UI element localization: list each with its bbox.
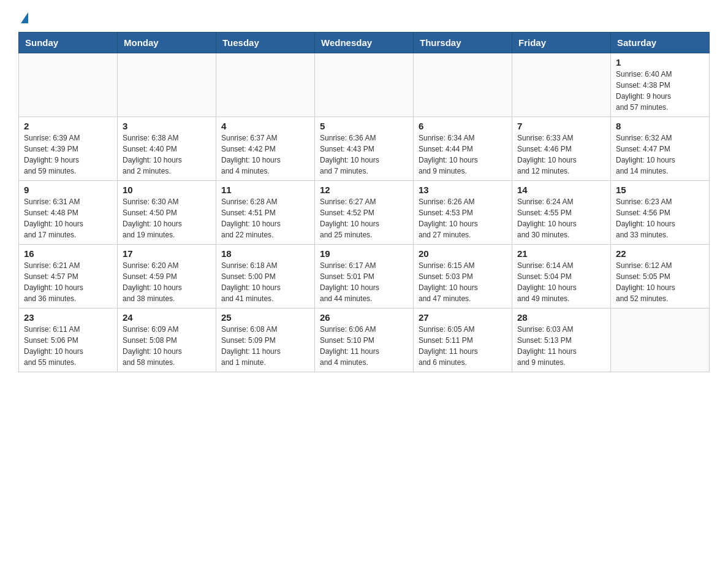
day-cell	[414, 53, 512, 117]
day-number: 23	[24, 312, 112, 323]
weekday-header-sunday: Sunday	[19, 33, 118, 53]
week-row-1: 1Sunrise: 6:40 AMSunset: 4:38 PMDaylight…	[19, 53, 710, 117]
day-info: Sunrise: 6:15 AMSunset: 5:03 PMDaylight:…	[419, 260, 507, 304]
weekday-header-saturday: Saturday	[611, 33, 710, 53]
weekday-header-thursday: Thursday	[414, 33, 512, 53]
day-number: 26	[320, 312, 408, 323]
day-info: Sunrise: 6:20 AMSunset: 4:59 PMDaylight:…	[123, 260, 211, 304]
day-info: Sunrise: 6:21 AMSunset: 4:57 PMDaylight:…	[24, 260, 112, 304]
day-number: 14	[517, 185, 605, 195]
day-cell: 10Sunrise: 6:30 AMSunset: 4:50 PMDayligh…	[118, 181, 216, 245]
weekday-header-friday: Friday	[512, 33, 611, 53]
week-row-4: 16Sunrise: 6:21 AMSunset: 4:57 PMDayligh…	[19, 245, 710, 308]
day-cell: 28Sunrise: 6:03 AMSunset: 5:13 PMDayligh…	[512, 308, 611, 372]
day-info: Sunrise: 6:24 AMSunset: 4:55 PMDaylight:…	[517, 196, 605, 240]
day-info: Sunrise: 6:03 AMSunset: 5:13 PMDaylight:…	[517, 324, 605, 368]
day-info: Sunrise: 6:11 AMSunset: 5:06 PMDaylight:…	[24, 324, 112, 368]
day-cell: 9Sunrise: 6:31 AMSunset: 4:48 PMDaylight…	[19, 181, 118, 245]
day-cell: 21Sunrise: 6:14 AMSunset: 5:04 PMDayligh…	[512, 245, 611, 308]
day-cell: 23Sunrise: 6:11 AMSunset: 5:06 PMDayligh…	[19, 308, 118, 372]
day-cell: 16Sunrise: 6:21 AMSunset: 4:57 PMDayligh…	[19, 245, 118, 308]
day-info: Sunrise: 6:26 AMSunset: 4:53 PMDaylight:…	[419, 196, 507, 240]
day-cell: 24Sunrise: 6:09 AMSunset: 5:08 PMDayligh…	[118, 308, 216, 372]
day-cell: 6Sunrise: 6:34 AMSunset: 4:44 PMDaylight…	[414, 117, 512, 181]
calendar-table: SundayMondayTuesdayWednesdayThursdayFrid…	[18, 32, 710, 372]
weekday-header-wednesday: Wednesday	[315, 33, 414, 53]
day-number: 10	[123, 185, 211, 195]
day-info: Sunrise: 6:40 AMSunset: 4:38 PMDaylight:…	[616, 69, 704, 113]
day-number: 28	[517, 312, 605, 323]
logo	[18, 12, 28, 22]
day-number: 15	[616, 185, 704, 195]
logo-triangle-icon	[21, 12, 28, 23]
day-cell: 19Sunrise: 6:17 AMSunset: 5:01 PMDayligh…	[315, 245, 414, 308]
day-info: Sunrise: 6:08 AMSunset: 5:09 PMDaylight:…	[221, 324, 309, 368]
day-cell: 2Sunrise: 6:39 AMSunset: 4:39 PMDaylight…	[19, 117, 118, 181]
day-info: Sunrise: 6:31 AMSunset: 4:48 PMDaylight:…	[24, 196, 112, 240]
day-info: Sunrise: 6:12 AMSunset: 5:05 PMDaylight:…	[616, 260, 704, 304]
weekday-header-row: SundayMondayTuesdayWednesdayThursdayFrid…	[19, 33, 710, 53]
day-cell: 22Sunrise: 6:12 AMSunset: 5:05 PMDayligh…	[611, 245, 710, 308]
day-cell: 20Sunrise: 6:15 AMSunset: 5:03 PMDayligh…	[414, 245, 512, 308]
day-cell: 25Sunrise: 6:08 AMSunset: 5:09 PMDayligh…	[216, 308, 315, 372]
day-info: Sunrise: 6:18 AMSunset: 5:00 PMDaylight:…	[221, 260, 309, 304]
day-info: Sunrise: 6:17 AMSunset: 5:01 PMDaylight:…	[320, 260, 408, 304]
day-number: 11	[221, 185, 309, 195]
day-info: Sunrise: 6:33 AMSunset: 4:46 PMDaylight:…	[517, 132, 605, 177]
day-cell	[118, 53, 216, 117]
day-number: 12	[320, 185, 408, 195]
day-number: 3	[123, 121, 211, 131]
day-cell: 7Sunrise: 6:33 AMSunset: 4:46 PMDaylight…	[512, 117, 611, 181]
week-row-3: 9Sunrise: 6:31 AMSunset: 4:48 PMDaylight…	[19, 181, 710, 245]
day-cell: 15Sunrise: 6:23 AMSunset: 4:56 PMDayligh…	[611, 181, 710, 245]
day-number: 17	[123, 248, 211, 259]
day-info: Sunrise: 6:34 AMSunset: 4:44 PMDaylight:…	[419, 132, 507, 177]
day-cell	[216, 53, 315, 117]
day-cell: 13Sunrise: 6:26 AMSunset: 4:53 PMDayligh…	[414, 181, 512, 245]
day-cell: 4Sunrise: 6:37 AMSunset: 4:42 PMDaylight…	[216, 117, 315, 181]
day-info: Sunrise: 6:09 AMSunset: 5:08 PMDaylight:…	[123, 324, 211, 368]
weekday-header-monday: Monday	[118, 33, 216, 53]
day-cell	[315, 53, 414, 117]
day-cell: 14Sunrise: 6:24 AMSunset: 4:55 PMDayligh…	[512, 181, 611, 245]
day-info: Sunrise: 6:30 AMSunset: 4:50 PMDaylight:…	[123, 196, 211, 240]
day-cell: 3Sunrise: 6:38 AMSunset: 4:40 PMDaylight…	[118, 117, 216, 181]
day-cell: 5Sunrise: 6:36 AMSunset: 4:43 PMDaylight…	[315, 117, 414, 181]
day-info: Sunrise: 6:37 AMSunset: 4:42 PMDaylight:…	[221, 132, 309, 177]
day-cell: 8Sunrise: 6:32 AMSunset: 4:47 PMDaylight…	[611, 117, 710, 181]
day-number: 25	[221, 312, 309, 323]
day-info: Sunrise: 6:06 AMSunset: 5:10 PMDaylight:…	[320, 324, 408, 368]
day-number: 21	[517, 248, 605, 259]
day-number: 27	[419, 312, 507, 323]
day-number: 4	[221, 121, 309, 131]
day-number: 2	[24, 121, 112, 131]
week-row-5: 23Sunrise: 6:11 AMSunset: 5:06 PMDayligh…	[19, 308, 710, 372]
day-number: 6	[419, 121, 507, 131]
day-cell: 1Sunrise: 6:40 AMSunset: 4:38 PMDaylight…	[611, 53, 710, 117]
day-number: 18	[221, 248, 309, 259]
day-info: Sunrise: 6:27 AMSunset: 4:52 PMDaylight:…	[320, 196, 408, 240]
day-number: 19	[320, 248, 408, 259]
day-number: 8	[616, 121, 704, 131]
day-info: Sunrise: 6:28 AMSunset: 4:51 PMDaylight:…	[221, 196, 309, 240]
day-info: Sunrise: 6:32 AMSunset: 4:47 PMDaylight:…	[616, 132, 704, 177]
day-number: 22	[616, 248, 704, 259]
day-info: Sunrise: 6:36 AMSunset: 4:43 PMDaylight:…	[320, 132, 408, 177]
day-cell: 12Sunrise: 6:27 AMSunset: 4:52 PMDayligh…	[315, 181, 414, 245]
day-number: 5	[320, 121, 408, 131]
day-info: Sunrise: 6:38 AMSunset: 4:40 PMDaylight:…	[123, 132, 211, 177]
day-info: Sunrise: 6:05 AMSunset: 5:11 PMDaylight:…	[419, 324, 507, 368]
day-cell: 27Sunrise: 6:05 AMSunset: 5:11 PMDayligh…	[414, 308, 512, 372]
day-info: Sunrise: 6:14 AMSunset: 5:04 PMDaylight:…	[517, 260, 605, 304]
day-number: 1	[616, 57, 704, 67]
day-info: Sunrise: 6:23 AMSunset: 4:56 PMDaylight:…	[616, 196, 704, 240]
day-cell	[611, 308, 710, 372]
day-number: 16	[24, 248, 112, 259]
day-info: Sunrise: 6:39 AMSunset: 4:39 PMDaylight:…	[24, 132, 112, 177]
day-number: 13	[419, 185, 507, 195]
day-cell: 26Sunrise: 6:06 AMSunset: 5:10 PMDayligh…	[315, 308, 414, 372]
day-number: 24	[123, 312, 211, 323]
day-cell: 18Sunrise: 6:18 AMSunset: 5:00 PMDayligh…	[216, 245, 315, 308]
weekday-header-tuesday: Tuesday	[216, 33, 315, 53]
day-cell	[512, 53, 611, 117]
